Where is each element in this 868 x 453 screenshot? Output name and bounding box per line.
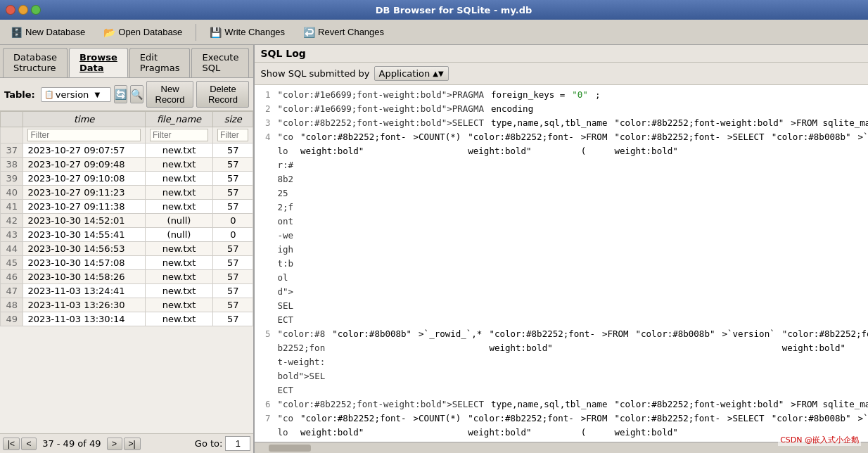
row-time: 2023-10-30 14:58:26 — [23, 270, 145, 284]
row-time: 2023-10-30 14:55:41 — [23, 228, 145, 242]
row-filename: (null) — [145, 214, 212, 228]
row-size: 57 — [213, 172, 253, 186]
table-toolbar: Table: 📋 version ▼ 🔄 🔍 New Record Delete… — [0, 78, 253, 111]
sql-text: "color:#8b2252;font-weight:bold">SELECT — [277, 116, 484, 130]
table-row[interactable]: 43 2023-10-30 14:55:41 (null) 0 — [1, 228, 253, 242]
sql-content[interactable]: 1 "color:#1e6699;font-weight:bold">PRAGM… — [255, 85, 868, 442]
row-num: 40 — [1, 186, 23, 200]
sql-line: 6 "color:#8b2252;font-weight:bold">SELEC… — [260, 397, 868, 411]
bottom-scrollbar[interactable] — [255, 442, 868, 453]
table-row[interactable]: 39 2023-10-27 09:10:08 new.txt 57 — [1, 172, 253, 186]
table-row[interactable]: 41 2023-10-27 09:11:38 new.txt 57 — [1, 200, 253, 214]
table-row[interactable]: 49 2023-11-03 13:30:14 new.txt 57 — [1, 312, 253, 326]
col-header-size[interactable]: size — [213, 112, 253, 127]
new-record-btn[interactable]: New Record — [146, 81, 194, 108]
filter-time[interactable] — [27, 129, 140, 141]
row-time: 2023-11-03 13:30:14 — [23, 312, 145, 326]
submitter-selector[interactable]: Application ▲▼ — [374, 66, 449, 81]
goto-label: Go to: — [195, 438, 223, 449]
tab-database-structure[interactable]: Database Structure — [3, 48, 68, 77]
show-sql-label: Show SQL submitted by — [260, 68, 369, 79]
open-database-btn[interactable]: 📂 Open Database — [96, 23, 190, 42]
row-time: 2023-11-03 13:26:30 — [23, 298, 145, 312]
last-page-btn[interactable]: >| — [124, 438, 141, 450]
row-filename: new.txt — [145, 298, 212, 312]
row-filename: new.txt — [145, 158, 212, 172]
next-page-btn[interactable]: > — [107, 438, 122, 450]
row-size: 57 — [213, 143, 253, 158]
dropdown-arrow: ▼ — [94, 91, 100, 98]
sql-line: 3 "color:#8b2252;font-weight:bold">SELEC… — [260, 116, 868, 130]
filter-btn[interactable]: 🔍 — [130, 85, 143, 103]
table-row[interactable]: 46 2023-10-30 14:58:26 new.txt 57 — [1, 270, 253, 284]
submitter-value: Application — [379, 68, 430, 79]
table-row[interactable]: 44 2023-10-30 14:56:53 new.txt 57 — [1, 242, 253, 256]
delete-record-btn[interactable]: Delete Record — [196, 81, 249, 108]
row-num: 37 — [1, 143, 23, 158]
write-icon: 💾 — [210, 27, 222, 38]
row-num: 43 — [1, 228, 23, 242]
sql-text: "color:#1e6699;font-weight:bold">PRAGMA — [277, 102, 484, 116]
row-num: 48 — [1, 298, 23, 312]
line-number: 1 — [260, 88, 270, 102]
prev-page-btn[interactable]: < — [21, 438, 37, 450]
filter-size[interactable] — [217, 129, 248, 141]
tab-browse-data[interactable]: Browse Data — [69, 48, 128, 77]
col-header-filename[interactable]: file_name — [145, 112, 212, 127]
table-row[interactable]: 38 2023-10-27 09:09:48 new.txt 57 — [1, 158, 253, 172]
col-header-time[interactable]: time — [23, 112, 145, 127]
row-size: 57 — [213, 158, 253, 172]
table-row[interactable]: 40 2023-10-27 09:11:23 new.txt 57 — [1, 186, 253, 200]
new-database-icon: 🗄️ — [11, 27, 23, 38]
row-filename: new.txt — [145, 284, 212, 298]
separator — [196, 24, 196, 41]
tabs: Database Structure Browse Data Edit Prag… — [0, 45, 253, 78]
write-changes-btn[interactable]: 💾 Write Changes — [202, 23, 293, 42]
row-num: 41 — [1, 200, 23, 214]
scroll-thumb[interactable] — [269, 445, 311, 452]
line-number: 3 — [260, 116, 270, 130]
goto-input[interactable] — [225, 436, 250, 451]
sql-text: "color:#8b2252;font-weight:bold">SELECT — [277, 327, 325, 397]
table-header-row: time file_name size — [1, 112, 253, 127]
table-selector[interactable]: 📋 version ▼ — [41, 87, 111, 102]
titlebar: DB Browser for SQLite - my.db — [0, 0, 868, 20]
close-btn[interactable] — [6, 5, 15, 15]
window-controls[interactable] — [6, 5, 41, 15]
menubar: 🗄️ New Database 📂 Open Database 💾 Write … — [0, 20, 868, 45]
row-size: 57 — [213, 284, 253, 298]
line-number: 2 — [260, 102, 270, 116]
row-filename: new.txt — [145, 172, 212, 186]
table-row[interactable]: 48 2023-11-03 13:26:30 new.txt 57 — [1, 298, 253, 312]
sql-text: "color:#1e6699;font-weight:bold">PRAGMA — [277, 88, 484, 102]
table-row[interactable]: 45 2023-10-30 14:57:08 new.txt 57 — [1, 256, 253, 270]
table-body: 37 2023-10-27 09:07:57 new.txt 57 38 202… — [1, 143, 253, 326]
table-row[interactable]: 42 2023-10-30 14:52:01 (null) 0 — [1, 214, 253, 228]
new-database-btn[interactable]: 🗄️ New Database — [3, 23, 93, 42]
col-header-num — [1, 112, 23, 127]
minimize-btn[interactable] — [18, 5, 28, 15]
page-info: 37 - 49 of 49 — [42, 438, 101, 449]
row-num: 39 — [1, 172, 23, 186]
table-label: Table: — [4, 89, 35, 100]
table-row[interactable]: 47 2023-11-03 13:24:41 new.txt 57 — [1, 284, 253, 298]
table-scroll[interactable]: time file_name size — [0, 111, 253, 433]
filter-filename[interactable] — [150, 129, 208, 141]
tab-execute-sql[interactable]: Execute SQL — [191, 48, 249, 77]
row-time: 2023-10-30 14:57:08 — [23, 256, 145, 270]
table-row[interactable]: 37 2023-10-27 09:07:57 new.txt 57 — [1, 143, 253, 158]
row-time: 2023-10-30 14:56:53 — [23, 242, 145, 256]
first-page-btn[interactable]: |< — [3, 438, 20, 450]
revert-changes-btn[interactable]: ↩️ Revert Changes — [295, 23, 392, 42]
refresh-btn[interactable]: 🔄 — [114, 85, 127, 103]
row-time: 2023-10-27 09:09:48 — [23, 158, 145, 172]
row-size: 57 — [213, 256, 253, 270]
row-time: 2023-10-27 09:11:23 — [23, 186, 145, 200]
row-time: 2023-10-30 14:52:01 — [23, 214, 145, 228]
table-name: version — [56, 89, 89, 100]
open-database-icon: 📂 — [103, 27, 115, 38]
maximize-btn[interactable] — [31, 5, 41, 15]
right-panel: SQL Log ⧉ ✕ Show SQL submitted by Applic… — [255, 45, 868, 453]
sql-text: "color:#8b2252;font-weight:bold">SELECT — [277, 130, 293, 327]
tab-edit-pragmas[interactable]: Edit Pragmas — [129, 48, 191, 77]
